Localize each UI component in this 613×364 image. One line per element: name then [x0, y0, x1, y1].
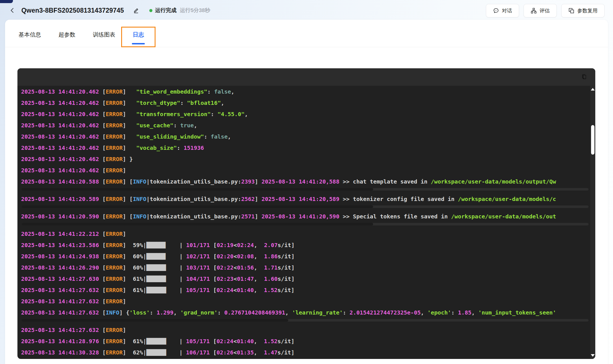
horizontal-scrollbar[interactable]	[22, 188, 589, 191]
scroll-up-arrow-icon[interactable]	[591, 88, 595, 91]
log-line: 2025-08-13 14:41:20.588 [ERROR] [INFO|to…	[21, 176, 590, 187]
vertical-scrollbar-thumb[interactable]	[591, 125, 594, 155]
log-line: 2025-08-13 14:41:24.938 [ERROR] 60%|████…	[21, 251, 590, 262]
evaluate-button[interactable]: 评估	[524, 4, 557, 17]
log-line: 2025-08-13 14:41:30.328 [ERROR] 62%|████…	[21, 347, 590, 358]
log-line: 2025-08-13 14:41:20.462 [ERROR] "tie_wor…	[21, 86, 590, 97]
tab-training-charts[interactable]: 训练图表	[93, 31, 115, 47]
horizontal-scrollbar[interactable]	[22, 223, 589, 225]
log-panel-header	[17, 68, 595, 86]
status-duration: 运行5分38秒	[180, 7, 210, 14]
log-panel: 2025-08-13 14:41:20.462 [ERROR] "tie_wor…	[17, 68, 595, 359]
tab-logs-label: 日志	[133, 31, 144, 38]
chevron-left-icon	[9, 7, 15, 13]
log-line: 2025-08-13 14:41:27.632 [ERROR]	[21, 324, 590, 336]
reuse-params-button[interactable]: 参数复用	[561, 4, 605, 17]
log-line: 2025-08-13 14:41:27.632 [INFO] {'loss': …	[21, 307, 590, 318]
page-header: Qwen3-8BFS20250813143729745 运行完成 运行5分38秒…	[0, 0, 613, 21]
back-button[interactable]	[7, 5, 17, 15]
log-line: 2025-08-13 14:41:20.589 [ERROR] [INFO|to…	[21, 193, 590, 205]
tab-bar: 基本信息 超参数 训练图表 日志	[5, 20, 608, 47]
horizontal-scrollbar-thumb[interactable]	[22, 223, 373, 225]
log-line: 2025-08-13 14:41:27.632 [ERROR]	[21, 296, 590, 307]
evaluate-button-label: 评估	[540, 7, 550, 14]
run-title: Qwen3-8BFS20250813143729745	[21, 7, 124, 14]
horizontal-scrollbar[interactable]	[22, 205, 589, 208]
horizontal-scrollbar-thumb[interactable]	[22, 319, 288, 322]
copy-log-button[interactable]	[580, 73, 589, 81]
detail-card: 基本信息 超参数 训练图表 日志 2025-08-13 14:41:20.462…	[5, 20, 608, 364]
copy-params-icon	[568, 8, 574, 14]
log-line: 2025-08-13 14:41:20.462 [ERROR]	[21, 165, 590, 176]
tab-basic-info[interactable]: 基本信息	[19, 31, 41, 47]
vertical-scrollbar[interactable]	[590, 86, 595, 359]
log-line: 2025-08-13 14:41:23.586 [ERROR] 59%|████…	[21, 239, 590, 251]
log-line: 2025-08-13 14:41:20.462 [ERROR] }	[21, 153, 590, 165]
pencil-icon	[133, 7, 139, 14]
sitemap-icon	[531, 8, 537, 14]
status-label: 运行完成	[155, 7, 177, 14]
run-status: 运行完成 运行5分38秒	[149, 7, 210, 14]
log-line: 2025-08-13 14:41:20.590 [ERROR] [INFO|to…	[21, 211, 590, 222]
reuse-params-button-label: 参数复用	[577, 7, 598, 14]
log-line: 2025-08-13 14:41:20.462 [ERROR] "vocab_s…	[21, 142, 590, 153]
log-line: 2025-08-13 14:41:20.462 [ERROR] "use_sli…	[21, 131, 590, 142]
horizontal-scrollbar-thumb[interactable]	[22, 205, 373, 208]
log-line: 2025-08-13 14:41:22.212 [ERROR]	[21, 228, 590, 239]
log-line: 2025-08-13 14:41:20.462 [ERROR] "use_cac…	[21, 120, 590, 131]
copy-icon	[581, 73, 588, 81]
log-line: 2025-08-13 14:41:20.462 [ERROR] "torch_d…	[21, 97, 590, 108]
log-line: 2025-08-13 14:41:20.462 [ERROR] "transfo…	[21, 108, 590, 120]
edit-title-button[interactable]	[131, 6, 141, 15]
tab-logs[interactable]: 日志	[133, 31, 144, 47]
log-line: 2025-08-13 14:41:26.290 [ERROR] 60%|████…	[21, 262, 590, 273]
log-line: 2025-08-13 14:41:27.632 [ERROR] 61%|████…	[21, 284, 590, 296]
horizontal-scrollbar[interactable]	[22, 319, 589, 322]
log-line: 2025-08-13 14:41:28.976 [ERROR] 61%|████…	[21, 336, 590, 347]
status-dot-icon	[149, 9, 152, 12]
chat-bubble-icon	[493, 8, 499, 14]
log-line: 2025-08-13 14:41:27.630 [ERROR] 61%|████…	[21, 273, 590, 284]
tab-hyperparams[interactable]: 超参数	[58, 31, 75, 47]
scroll-down-arrow-icon[interactable]	[591, 354, 595, 357]
chat-button-label: 对话	[502, 7, 512, 14]
log-lines: 2025-08-13 14:41:20.462 [ERROR] "tie_wor…	[17, 86, 590, 359]
chat-button[interactable]: 对话	[486, 4, 519, 17]
header-actions: 对话 评估 参数复用	[486, 4, 605, 17]
horizontal-scrollbar-thumb[interactable]	[22, 188, 373, 191]
